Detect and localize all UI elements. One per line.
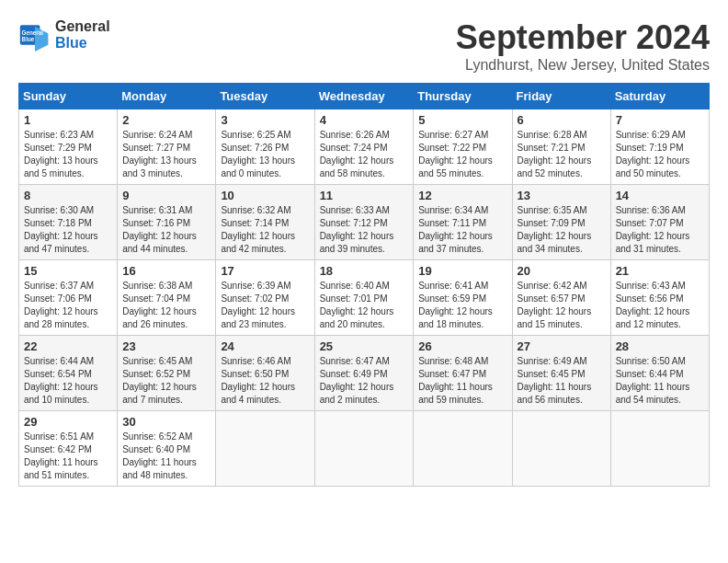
- day-number: 12: [418, 189, 506, 202]
- header-thursday: Thursday: [414, 84, 512, 109]
- logo-text-line1: General: [55, 18, 110, 35]
- calendar-cell: 16 Sunrise: 6:38 AM Sunset: 7:04 PM Dayl…: [118, 260, 216, 336]
- day-info: Sunrise: 6:49 AM Sunset: 6:45 PM Dayligh…: [518, 355, 606, 407]
- calendar-week-row: 8 Sunrise: 6:30 AM Sunset: 7:18 PM Dayli…: [19, 185, 710, 260]
- calendar-cell: 4 Sunrise: 6:26 AM Sunset: 7:24 PM Dayli…: [314, 109, 414, 185]
- day-number: 21: [616, 264, 704, 278]
- day-info: Sunrise: 6:48 AM Sunset: 6:47 PM Dayligh…: [418, 355, 506, 407]
- calendar-cell: 10 Sunrise: 6:32 AM Sunset: 7:14 PM Dayl…: [216, 185, 314, 260]
- header-saturday: Saturday: [610, 84, 709, 109]
- calendar-cell: [414, 411, 512, 487]
- day-number: 24: [221, 339, 309, 353]
- day-info: Sunrise: 6:46 AM Sunset: 6:50 PM Dayligh…: [221, 355, 309, 407]
- calendar-table: Sunday Monday Tuesday Wednesday Thursday…: [18, 83, 710, 487]
- calendar-cell: 2 Sunrise: 6:24 AM Sunset: 7:27 PM Dayli…: [118, 109, 216, 185]
- calendar-cell: 9 Sunrise: 6:31 AM Sunset: 7:16 PM Dayli…: [118, 185, 216, 260]
- day-number: 16: [122, 264, 210, 278]
- day-number: 5: [418, 113, 506, 127]
- day-info: Sunrise: 6:31 AM Sunset: 7:16 PM Dayligh…: [122, 204, 210, 256]
- day-number: 18: [320, 264, 409, 278]
- calendar-cell: 7 Sunrise: 6:29 AM Sunset: 7:19 PM Dayli…: [610, 109, 709, 185]
- calendar-cell: 5 Sunrise: 6:27 AM Sunset: 7:22 PM Dayli…: [414, 109, 512, 185]
- day-number: 23: [122, 339, 210, 353]
- day-info: Sunrise: 6:24 AM Sunset: 7:27 PM Dayligh…: [122, 129, 210, 180]
- day-number: 6: [518, 113, 606, 127]
- day-info: Sunrise: 6:34 AM Sunset: 7:11 PM Dayligh…: [418, 204, 506, 256]
- svg-text:General: General: [22, 29, 44, 36]
- logo-text-line2: Blue: [55, 35, 110, 52]
- page-header: General Blue General Blue September 2024…: [18, 18, 710, 74]
- day-info: Sunrise: 6:47 AM Sunset: 6:49 PM Dayligh…: [320, 355, 409, 407]
- day-info: Sunrise: 6:52 AM Sunset: 6:40 PM Dayligh…: [122, 431, 210, 482]
- calendar-cell: 18 Sunrise: 6:40 AM Sunset: 7:01 PM Dayl…: [314, 260, 414, 336]
- day-info: Sunrise: 6:35 AM Sunset: 7:09 PM Dayligh…: [518, 204, 606, 256]
- day-number: 20: [518, 264, 606, 278]
- calendar-cell: 29 Sunrise: 6:51 AM Sunset: 6:42 PM Dayl…: [19, 411, 118, 487]
- day-info: Sunrise: 6:39 AM Sunset: 7:02 PM Dayligh…: [221, 280, 309, 331]
- calendar-cell: 13 Sunrise: 6:35 AM Sunset: 7:09 PM Dayl…: [512, 185, 610, 260]
- day-info: Sunrise: 6:42 AM Sunset: 6:57 PM Dayligh…: [518, 280, 606, 331]
- day-number: 27: [518, 339, 606, 353]
- header-monday: Monday: [118, 84, 216, 109]
- day-info: Sunrise: 6:25 AM Sunset: 7:26 PM Dayligh…: [221, 129, 309, 180]
- calendar-cell: 8 Sunrise: 6:30 AM Sunset: 7:18 PM Dayli…: [19, 185, 118, 260]
- day-number: 29: [24, 415, 112, 429]
- calendar-cell: 15 Sunrise: 6:37 AM Sunset: 7:06 PM Dayl…: [19, 260, 118, 336]
- calendar-week-row: 22 Sunrise: 6:44 AM Sunset: 6:54 PM Dayl…: [19, 336, 710, 411]
- day-info: Sunrise: 6:29 AM Sunset: 7:19 PM Dayligh…: [616, 129, 704, 180]
- day-info: Sunrise: 6:37 AM Sunset: 7:06 PM Dayligh…: [24, 280, 112, 331]
- day-number: 19: [418, 264, 506, 278]
- day-number: 10: [221, 189, 309, 202]
- day-number: 26: [418, 339, 506, 353]
- day-number: 15: [24, 264, 112, 278]
- day-info: Sunrise: 6:32 AM Sunset: 7:14 PM Dayligh…: [221, 204, 309, 256]
- day-info: Sunrise: 6:23 AM Sunset: 7:29 PM Dayligh…: [24, 129, 112, 180]
- day-number: 11: [320, 189, 409, 202]
- day-info: Sunrise: 6:38 AM Sunset: 7:04 PM Dayligh…: [122, 280, 210, 331]
- calendar-cell: 24 Sunrise: 6:46 AM Sunset: 6:50 PM Dayl…: [216, 336, 314, 411]
- calendar-cell: 1 Sunrise: 6:23 AM Sunset: 7:29 PM Dayli…: [19, 109, 118, 185]
- calendar-cell: [512, 411, 610, 487]
- day-number: 14: [616, 189, 704, 202]
- calendar-cell: 30 Sunrise: 6:52 AM Sunset: 6:40 PM Dayl…: [118, 411, 216, 487]
- day-info: Sunrise: 6:27 AM Sunset: 7:22 PM Dayligh…: [418, 129, 506, 180]
- day-number: 4: [320, 113, 409, 127]
- calendar-cell: 22 Sunrise: 6:44 AM Sunset: 6:54 PM Dayl…: [19, 336, 118, 411]
- calendar-cell: 28 Sunrise: 6:50 AM Sunset: 6:44 PM Dayl…: [610, 336, 709, 411]
- calendar-cell: 25 Sunrise: 6:47 AM Sunset: 6:49 PM Dayl…: [314, 336, 414, 411]
- calendar-cell: 3 Sunrise: 6:25 AM Sunset: 7:26 PM Dayli…: [216, 109, 314, 185]
- day-number: 9: [122, 189, 210, 202]
- day-number: 8: [24, 189, 112, 202]
- calendar-cell: 12 Sunrise: 6:34 AM Sunset: 7:11 PM Dayl…: [414, 185, 512, 260]
- day-number: 17: [221, 264, 309, 278]
- calendar-cell: 11 Sunrise: 6:33 AM Sunset: 7:12 PM Dayl…: [314, 185, 414, 260]
- header-sunday: Sunday: [19, 84, 118, 109]
- day-number: 22: [24, 339, 112, 353]
- day-info: Sunrise: 6:26 AM Sunset: 7:24 PM Dayligh…: [320, 129, 409, 180]
- header-friday: Friday: [512, 84, 610, 109]
- logo: General Blue General Blue: [18, 18, 110, 52]
- day-info: Sunrise: 6:44 AM Sunset: 6:54 PM Dayligh…: [24, 355, 112, 407]
- day-info: Sunrise: 6:51 AM Sunset: 6:42 PM Dayligh…: [24, 431, 112, 482]
- calendar-cell: 27 Sunrise: 6:49 AM Sunset: 6:45 PM Dayl…: [512, 336, 610, 411]
- calendar-cell: 14 Sunrise: 6:36 AM Sunset: 7:07 PM Dayl…: [610, 185, 709, 260]
- main-title: September 2024: [456, 18, 710, 57]
- day-info: Sunrise: 6:28 AM Sunset: 7:21 PM Dayligh…: [518, 129, 606, 180]
- day-info: Sunrise: 6:41 AM Sunset: 6:59 PM Dayligh…: [418, 280, 506, 331]
- day-info: Sunrise: 6:30 AM Sunset: 7:18 PM Dayligh…: [24, 204, 112, 256]
- calendar-cell: [314, 411, 414, 487]
- day-number: 25: [320, 339, 409, 353]
- header-tuesday: Tuesday: [216, 84, 314, 109]
- calendar-cell: 19 Sunrise: 6:41 AM Sunset: 6:59 PM Dayl…: [414, 260, 512, 336]
- calendar-cell: 17 Sunrise: 6:39 AM Sunset: 7:02 PM Dayl…: [216, 260, 314, 336]
- calendar-header-row: Sunday Monday Tuesday Wednesday Thursday…: [19, 84, 710, 109]
- day-info: Sunrise: 6:36 AM Sunset: 7:07 PM Dayligh…: [616, 204, 704, 256]
- day-number: 30: [122, 415, 210, 429]
- day-info: Sunrise: 6:50 AM Sunset: 6:44 PM Dayligh…: [616, 355, 704, 407]
- day-info: Sunrise: 6:40 AM Sunset: 7:01 PM Dayligh…: [320, 280, 409, 331]
- day-info: Sunrise: 6:45 AM Sunset: 6:52 PM Dayligh…: [122, 355, 210, 407]
- day-info: Sunrise: 6:43 AM Sunset: 6:56 PM Dayligh…: [616, 280, 704, 331]
- calendar-cell: 26 Sunrise: 6:48 AM Sunset: 6:47 PM Dayl…: [414, 336, 512, 411]
- day-number: 28: [616, 339, 704, 353]
- day-number: 1: [24, 113, 112, 127]
